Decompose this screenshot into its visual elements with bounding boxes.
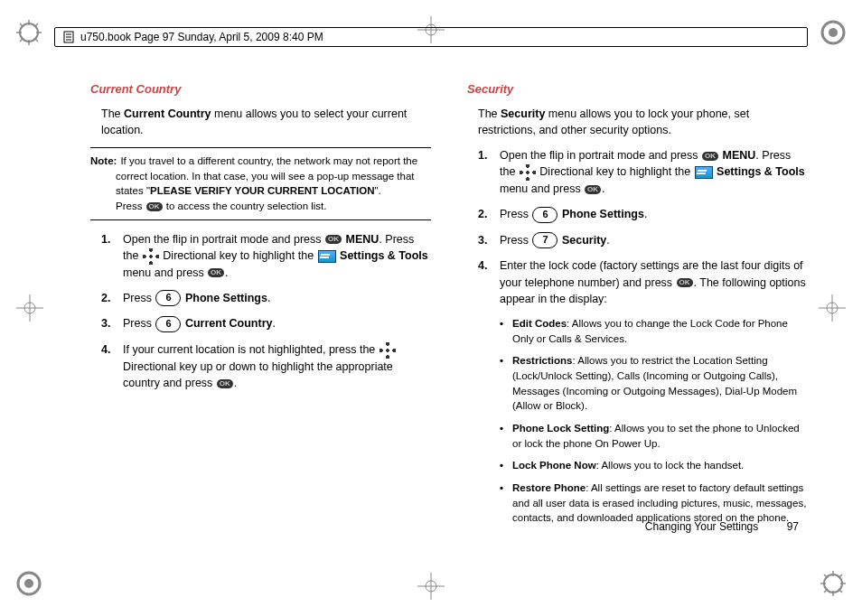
step-r2: 2. Press 6 Phone Settings. <box>478 206 808 223</box>
dpad-icon <box>379 342 396 359</box>
bullet-restrictions: •Restrictions: Allows you to restrict th… <box>500 353 808 414</box>
heading-current-country: Current Country <box>90 81 431 98</box>
key-6-icon: 6 <box>155 316 181 332</box>
page-header: u750.book Page 97 Sunday, April 5, 2009 … <box>54 27 808 47</box>
svg-point-12 <box>24 579 33 588</box>
note-label: Note: <box>90 154 117 169</box>
step-r4: 4. Enter the lock code (factory settings… <box>478 257 808 306</box>
key-6-icon: 6 <box>532 207 557 223</box>
crop-bottom <box>417 573 445 600</box>
bullet-restore: •Restore Phone: All settings are reset t… <box>500 481 808 526</box>
steps-right: 1. Open the flip in portrait mode and pr… <box>478 147 808 307</box>
ok-icon: OK <box>702 152 718 161</box>
crop-right <box>819 294 846 322</box>
key-7-icon: 7 <box>532 232 557 248</box>
bullets-right: •Edit Codes: Allows you to change the Lo… <box>500 316 808 526</box>
note-box: Note: If you travel to a different count… <box>90 147 431 220</box>
ok-icon: OK <box>208 268 224 277</box>
step-l2: 2. Press 6 Phone Settings. <box>101 290 431 307</box>
heading-security: Security <box>467 81 808 98</box>
ok-icon: OK <box>217 379 233 388</box>
col-left: Current Country The Current Country menu… <box>90 81 431 533</box>
note-text: If you travel to a different country, th… <box>116 154 431 214</box>
decor-top-left <box>16 20 42 45</box>
crop-left <box>16 294 43 322</box>
ok-icon: OK <box>146 202 163 211</box>
decor-top-right <box>820 20 846 45</box>
ok-icon: OK <box>677 278 693 287</box>
decor-bottom-right <box>820 571 846 596</box>
decor-bottom-left <box>16 571 42 596</box>
key-6-icon: 6 <box>155 290 181 306</box>
step-l1: 1. Open the flip in portrait mode and pr… <box>101 231 431 281</box>
footer-page: 97 <box>787 520 799 533</box>
ok-icon: OK <box>585 185 601 194</box>
steps-left: 1. Open the flip in portrait mode and pr… <box>101 231 431 391</box>
header-text: u750.book Page 97 Sunday, April 5, 2009 … <box>80 31 323 43</box>
step-l3: 3. Press 6 Current Country. <box>101 315 431 332</box>
page-body: Current Country The Current Country menu… <box>90 81 808 533</box>
bullet-edit-codes: •Edit Codes: Allows you to change the Lo… <box>500 316 808 346</box>
page-footer: Changing Your Settings 97 <box>645 520 799 533</box>
step-r1: 1. Open the flip in portrait mode and pr… <box>478 147 808 197</box>
step-l4: 4. If your current location is not highl… <box>101 341 431 391</box>
dpad-icon <box>143 248 159 265</box>
settings-icon <box>318 250 336 263</box>
intro-left: The Current Country menu allows you to s… <box>101 106 431 138</box>
dpad-icon <box>520 164 536 181</box>
col-right: Security The Security menu allows you to… <box>467 81 808 533</box>
footer-chapter: Changing Your Settings <box>645 520 758 533</box>
svg-point-10 <box>829 28 838 37</box>
bullet-phone-lock: •Phone Lock Setting: Allows you to set t… <box>500 421 808 451</box>
bullet-lock-now: •Lock Phone Now: Allows you to lock the … <box>500 458 808 473</box>
intro-right: The Security menu allows you to lock you… <box>478 106 808 138</box>
ok-icon: OK <box>325 235 342 244</box>
step-r3: 3. Press 7 Security. <box>478 232 808 249</box>
settings-icon <box>695 166 713 179</box>
